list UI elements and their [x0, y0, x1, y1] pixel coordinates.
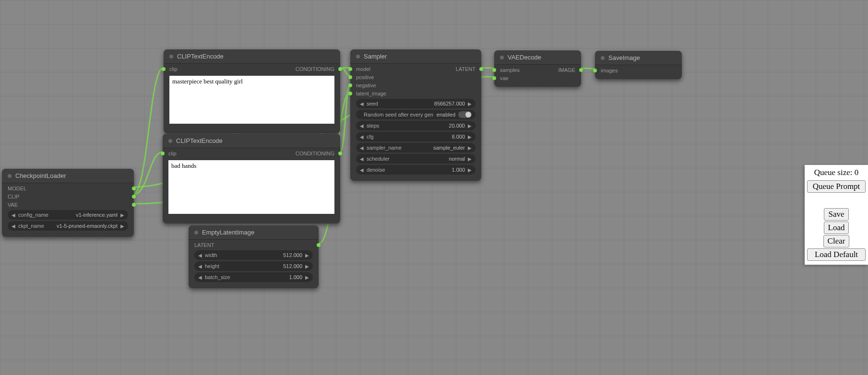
output-port-conditioning[interactable]	[338, 152, 342, 155]
title-text: SaveImage	[608, 54, 640, 61]
config-name-widget[interactable]: ◀ config_name v1-inference.yaml ▶	[8, 210, 128, 220]
output-label: LATENT	[194, 242, 214, 248]
height-widget[interactable]: ◀ height 512.000 ▶	[194, 261, 313, 271]
node-checkpoint-loader[interactable]: CheckpointLoader MODEL CLIP VAE ◀ config…	[2, 169, 134, 237]
collapse-dot-icon[interactable]	[8, 174, 12, 178]
input-port-negative[interactable]	[348, 83, 352, 87]
arrow-right-icon[interactable]: ▶	[467, 123, 473, 129]
arrow-left-icon[interactable]: ◀	[11, 212, 16, 218]
side-panel: Queue size: 0 Queue Prompt Save Load Cle…	[805, 165, 868, 265]
title-text: CLIPTextEncode	[177, 53, 224, 60]
node-empty-latent-image[interactable]: EmptyLatentImage LATENT ◀ width 512.000 …	[189, 225, 319, 288]
input-label: clip	[168, 151, 177, 156]
arrow-left-icon[interactable]: ◀	[359, 134, 365, 140]
node-clip-text-encode-negative[interactable]: CLIPTextEncode clip CONDITIONING bad han…	[163, 134, 340, 223]
arrow-right-icon[interactable]: ▶	[304, 253, 310, 258]
clear-button[interactable]: Clear	[823, 235, 850, 247]
arrow-left-icon[interactable]: ◀	[197, 264, 203, 269]
output-port-vae[interactable]	[132, 203, 136, 207]
prompt-textarea[interactable]: masterpiece best quality girl	[169, 76, 334, 124]
seed-widget[interactable]: ◀ seed 8566257.000 ▶	[356, 99, 476, 108]
arrow-left-icon[interactable]: ◀	[359, 123, 365, 129]
arrow-right-icon[interactable]: ▶	[119, 223, 125, 229]
scheduler-widget[interactable]: ◀ scheduler normal ▶	[356, 154, 476, 164]
output-label: VAE	[8, 202, 18, 208]
node-sampler[interactable]: Sampler model LATENT positive negative l…	[350, 49, 481, 181]
arrow-right-icon[interactable]: ▶	[119, 212, 125, 218]
output-port-latent[interactable]	[317, 243, 321, 247]
arrow-left-icon[interactable]: ◀	[359, 156, 365, 162]
node-title[interactable]: Sampler	[350, 49, 481, 64]
output-port-conditioning[interactable]	[338, 67, 342, 71]
collapse-dot-icon[interactable]	[601, 56, 605, 60]
node-title[interactable]: CLIPTextEncode	[163, 134, 340, 148]
arrow-left-icon[interactable]: ◀	[359, 145, 365, 151]
arrow-left-icon[interactable]: ◀	[197, 275, 203, 280]
input-label: images	[601, 68, 618, 73]
arrow-right-icon[interactable]: ▶	[304, 275, 310, 280]
queue-prompt-button[interactable]: Queue Prompt	[807, 180, 866, 193]
input-port-positive[interactable]	[348, 75, 352, 79]
collapse-dot-icon[interactable]	[169, 55, 173, 59]
save-button[interactable]: Save	[824, 208, 848, 221]
output-port-clip[interactable]	[132, 195, 136, 199]
input-port-model[interactable]	[348, 67, 352, 71]
steps-widget[interactable]: ◀ steps 20.000 ▶	[356, 121, 476, 130]
prompt-textarea[interactable]: bad hands	[168, 160, 334, 214]
input-label: clip	[169, 66, 178, 72]
arrow-right-icon[interactable]: ▶	[467, 156, 473, 162]
sampler-name-widget[interactable]: ◀ sampler_name sample_euler ▶	[356, 143, 476, 152]
arrow-right-icon[interactable]: ▶	[467, 145, 473, 151]
width-widget[interactable]: ◀ width 512.000 ▶	[194, 250, 313, 260]
arrow-left-icon[interactable]: ◀	[197, 253, 203, 258]
node-title[interactable]: VAEDecode	[494, 50, 581, 65]
toggle-pill[interactable]	[458, 111, 472, 118]
node-vae-decode[interactable]: VAEDecode samples IMAGE vae	[494, 50, 581, 87]
node-clip-text-encode-positive[interactable]: CLIPTextEncode clip CONDITIONING masterp…	[164, 49, 340, 133]
cfg-widget[interactable]: ◀ cfg 8.000 ▶	[356, 132, 476, 141]
arrow-right-icon[interactable]: ▶	[467, 134, 473, 140]
collapse-dot-icon[interactable]	[194, 231, 198, 234]
arrow-left-icon[interactable]: ◀	[11, 223, 16, 229]
node-save-image[interactable]: SaveImage images	[595, 51, 682, 79]
collapse-dot-icon[interactable]	[356, 55, 360, 59]
arrow-right-icon[interactable]: ▶	[304, 264, 310, 269]
collapse-dot-icon[interactable]	[168, 139, 172, 143]
output-label: IMAGE	[559, 67, 575, 73]
title-text: CheckpointLoader	[15, 172, 66, 179]
random-seed-toggle[interactable]: Random seed after every gen enabled	[356, 110, 476, 119]
collapse-dot-icon[interactable]	[500, 56, 504, 59]
title-text: Sampler	[364, 53, 387, 60]
output-label: LATENT	[456, 66, 476, 72]
input-port-samples[interactable]	[492, 68, 496, 72]
output-label: CONDITIONING	[296, 151, 334, 156]
arrow-right-icon[interactable]: ▶	[467, 167, 473, 173]
output-port-latent[interactable]	[479, 67, 483, 71]
denoise-widget[interactable]: ◀ denoise 1.000 ▶	[356, 165, 476, 175]
ckpt-name-widget[interactable]: ◀ ckpt_name v1-5-pruned-emaonly.ckpt ▶	[8, 221, 128, 231]
arrow-left-icon[interactable]: ◀	[359, 167, 365, 173]
title-text: EmptyLatentImage	[202, 229, 254, 236]
input-port-images[interactable]	[593, 69, 597, 72]
node-title[interactable]: CheckpointLoader	[2, 169, 134, 183]
arrow-right-icon[interactable]: ▶	[467, 101, 473, 106]
input-port-clip[interactable]	[162, 67, 166, 71]
load-default-button[interactable]: Load Default	[807, 248, 866, 261]
arrow-left-icon[interactable]: ◀	[359, 101, 365, 106]
output-label: CLIP	[8, 194, 19, 199]
input-label: positive	[356, 74, 374, 80]
input-port-latent-image[interactable]	[348, 92, 352, 95]
output-port-image[interactable]	[579, 68, 583, 72]
input-label: negative	[356, 82, 376, 88]
input-port-vae[interactable]	[492, 76, 496, 80]
output-label: CONDITIONING	[296, 66, 334, 72]
node-title[interactable]: CLIPTextEncode	[164, 49, 340, 64]
load-button[interactable]: Load	[824, 222, 849, 234]
input-port-clip[interactable]	[161, 152, 165, 155]
batch-size-widget[interactable]: ◀ batch_size 1.000 ▶	[194, 272, 313, 282]
node-title[interactable]: SaveImage	[595, 51, 682, 65]
input-label: samples	[500, 67, 520, 73]
output-port-model[interactable]	[132, 187, 136, 190]
node-title[interactable]: EmptyLatentImage	[189, 225, 319, 240]
output-label: MODEL	[8, 186, 26, 191]
